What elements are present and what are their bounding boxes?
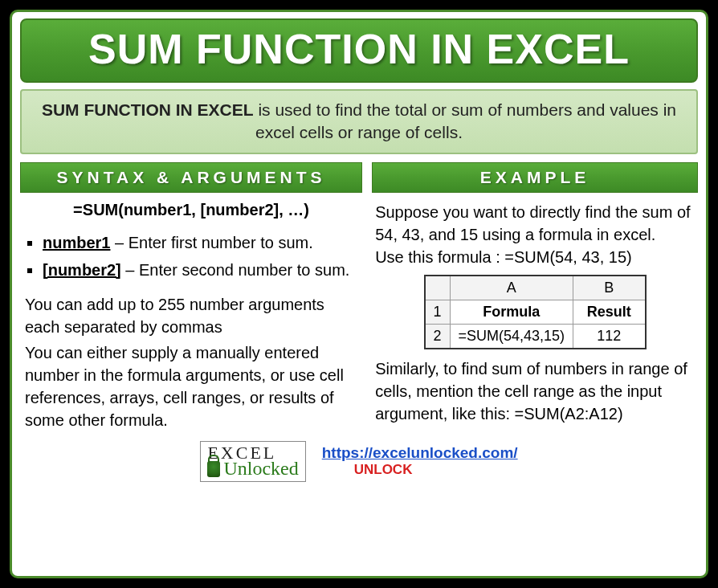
syntax-header: SYNTAX & ARGUMENTS	[20, 162, 362, 193]
arg-name: number1	[43, 234, 110, 251]
logo-box: EXCEL Unlocked	[200, 441, 305, 482]
example-header: EXAMPLE	[372, 162, 698, 193]
footer: EXCEL Unlocked https://excelunlocked.com…	[20, 441, 698, 482]
example-p1: Suppose you want to directly find the su…	[375, 201, 695, 246]
excel-table: A B 1 Formula Result 2 =SUM(54,43,15) 11…	[424, 275, 647, 350]
example-body: Suppose you want to directly find the su…	[372, 201, 698, 426]
table-corner	[425, 276, 451, 300]
col-header-b: B	[573, 276, 646, 300]
cell-result: 112	[573, 325, 646, 349]
syntax-column: SYNTAX & ARGUMENTS =SUM(number1, [number…	[20, 162, 362, 435]
intro-rest: is used to find the total or sum of numb…	[254, 100, 676, 141]
arg-desc: – Enter first number to sum.	[110, 234, 312, 251]
arg-name: [number2]	[43, 261, 121, 279]
intro-box: SUM FUNCTION IN EXCEL is used to find th…	[20, 89, 698, 154]
logo-text-unlocked: Unlocked	[223, 460, 298, 478]
arg-item: [number2] – Enter second number to sum.	[43, 258, 362, 282]
example-column: EXAMPLE Suppose you want to directly fin…	[372, 162, 698, 435]
footer-url-link[interactable]: https://excelunlocked.com/	[322, 444, 518, 462]
syntax-note1: You can add up to 255 number arguments e…	[25, 293, 357, 338]
syntax-formula: =SUM(number1, [number2], …)	[20, 201, 362, 219]
title-banner: SUM FUNCTION IN EXCEL	[20, 18, 698, 83]
infographic-card: SUM FUNCTION IN EXCEL SUM FUNCTION IN EX…	[10, 10, 708, 578]
row-header-1: 1	[425, 300, 451, 324]
cell-formula-header: Formula	[450, 300, 573, 324]
col-header-a: A	[450, 276, 573, 300]
main-title: SUM FUNCTION IN EXCEL	[22, 25, 696, 73]
syntax-notes: You can add up to 255 number arguments e…	[20, 293, 362, 431]
cell-result-header: Result	[573, 300, 646, 324]
lock-icon	[207, 461, 220, 477]
footer-unlock-text: UNLOCK	[354, 462, 413, 478]
arg-item: number1 – Enter first number to sum.	[43, 231, 362, 255]
syntax-note2: You can either supply a manually entered…	[25, 341, 357, 431]
footer-right: https://excelunlocked.com/ UNLOCK	[322, 444, 518, 478]
example-p3: Similarly, to find sum of numbers in ran…	[375, 357, 695, 425]
cell-formula: =SUM(54,43,15)	[450, 325, 573, 349]
row-header-2: 2	[425, 325, 451, 349]
columns: SYNTAX & ARGUMENTS =SUM(number1, [number…	[20, 162, 698, 435]
arg-desc: – Enter second number to sum.	[121, 261, 350, 279]
example-p2: Use this formula : =SUM(54, 43, 15)	[375, 246, 695, 268]
argument-list: number1 – Enter first number to sum. [nu…	[20, 231, 362, 282]
intro-lead: SUM FUNCTION IN EXCEL	[42, 100, 254, 119]
